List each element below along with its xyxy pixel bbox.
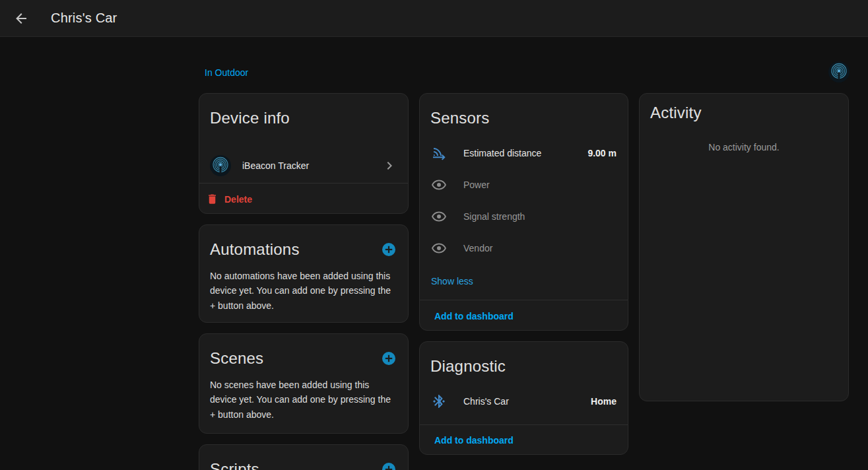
entity-row-signal-strength[interactable]: Signal strength (420, 201, 628, 232)
scenes-title: Scenes (199, 334, 408, 369)
entity-name: Chris's Car (463, 396, 509, 407)
back-button[interactable] (13, 11, 29, 26)
signal-distance-icon (431, 145, 447, 161)
entity-row-estimated-distance[interactable]: Estimated distance 9.00 m (420, 137, 628, 169)
right-column: Activity No activity found. (639, 93, 849, 412)
diagnostic-footer: Add to dashboard (420, 425, 628, 455)
automations-title: Automations (199, 225, 408, 260)
sensor-entity-list: Estimated distance 9.00 m Power Signal s… (420, 137, 628, 264)
add-scene-button[interactable] (381, 351, 397, 366)
eye-icon (431, 209, 447, 224)
delete-label: Delete (224, 194, 252, 205)
beacon-icon (210, 155, 231, 176)
entity-name: Vendor (463, 243, 492, 253)
automations-empty-text: No automations have been added using thi… (199, 269, 408, 313)
integration-name: iBeacon Tracker (242, 160, 309, 171)
chevron-right-icon[interactable] (382, 158, 397, 174)
eye-icon (431, 240, 447, 256)
plus-circle-icon (381, 461, 397, 470)
device-integration-row[interactable]: iBeacon Tracker (199, 150, 408, 182)
device-beacon-badge (828, 61, 850, 83)
arrow-left-icon (13, 11, 29, 26)
show-less-link[interactable]: Show less (420, 276, 484, 286)
scenes-card: Scenes No scenes have been added using t… (199, 333, 409, 434)
entity-row-chriss-car[interactable]: Chris's Car Home (420, 386, 628, 417)
trash-icon (206, 193, 218, 205)
activity-empty-text: No activity found. (640, 142, 848, 152)
page-title: Chris's Car (51, 11, 117, 26)
sensors-card: Sensors Estimated distance 9.00 m Power (419, 93, 628, 331)
entity-row-vendor[interactable]: Vendor (420, 232, 628, 264)
app-header: Chris's Car (0, 0, 868, 37)
add-automation-button[interactable] (381, 242, 397, 257)
scenes-empty-text: No scenes have been added using this dev… (199, 378, 408, 422)
entity-value: Home (591, 396, 617, 407)
plus-circle-icon (381, 351, 397, 366)
sensors-footer: Add to dashboard (420, 300, 628, 331)
scripts-card: Scripts (199, 444, 409, 470)
device-info-card: Device info iBeacon Tracker (199, 93, 409, 214)
left-column: Device info iBeacon Tracker (199, 93, 409, 470)
entity-name: Signal strength (463, 211, 525, 222)
diagnostic-entity-list: Chris's Car Home (420, 386, 628, 417)
scripts-title: Scripts (199, 445, 408, 470)
middle-column: Sensors Estimated distance 9.00 m Power (419, 93, 628, 465)
delete-device-button[interactable]: Delete (206, 193, 252, 205)
add-to-dashboard-link[interactable]: Add to dashboard (434, 435, 514, 446)
activity-card: Activity No activity found. (639, 93, 849, 401)
add-to-dashboard-link[interactable]: Add to dashboard (434, 311, 514, 321)
sensors-title: Sensors (420, 94, 628, 129)
entity-name: Estimated distance (463, 148, 541, 158)
entity-value: 9.00 m (587, 148, 617, 158)
beacon-icon (828, 61, 850, 83)
diagnostic-card: Diagnostic Chris's Car Home Add to dashb… (419, 341, 628, 455)
area-link[interactable]: In Outdoor (205, 67, 248, 78)
automations-card: Automations No automations have been add… (199, 224, 409, 323)
add-script-button[interactable] (381, 461, 397, 470)
entity-name: Power (463, 180, 490, 190)
bluetooth-icon (431, 393, 447, 409)
activity-title: Activity (640, 94, 848, 123)
diagnostic-title: Diagnostic (420, 342, 628, 377)
plus-circle-icon (381, 242, 397, 257)
device-info-title: Device info (199, 94, 408, 129)
entity-row-power[interactable]: Power (420, 169, 628, 201)
eye-icon (431, 177, 447, 193)
device-info-footer: Delete (199, 184, 408, 214)
